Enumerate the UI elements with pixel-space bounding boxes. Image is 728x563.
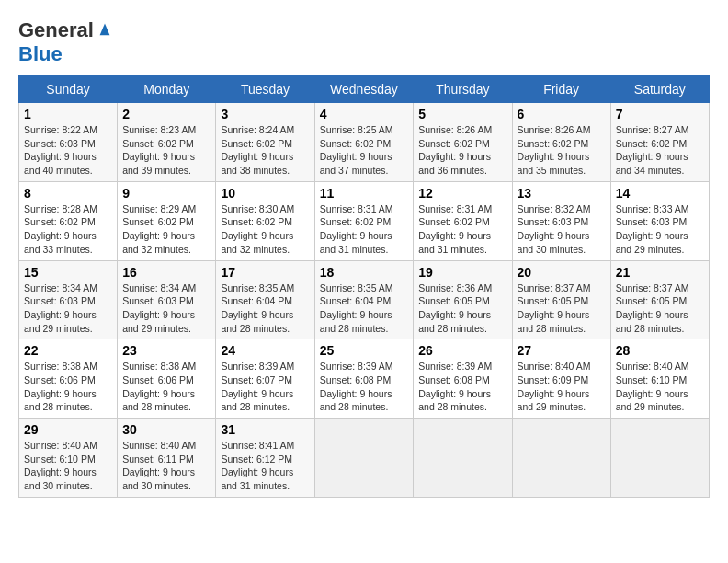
calendar-cell: 29Sunrise: 8:40 AMSunset: 6:10 PMDayligh… bbox=[19, 419, 118, 498]
day-number: 10 bbox=[221, 186, 309, 201]
weekday-header-saturday: Saturday bbox=[610, 76, 709, 103]
day-info: Sunrise: 8:40 AMSunset: 6:11 PMDaylight:… bbox=[122, 439, 210, 493]
weekday-header-thursday: Thursday bbox=[414, 76, 512, 103]
day-info: Sunrise: 8:38 AMSunset: 6:06 PMDaylight:… bbox=[122, 360, 210, 414]
day-info: Sunrise: 8:24 AMSunset: 6:02 PMDaylight:… bbox=[221, 123, 309, 178]
day-number: 11 bbox=[320, 186, 409, 201]
calendar-cell: 22Sunrise: 8:38 AMSunset: 6:06 PMDayligh… bbox=[19, 339, 118, 419]
calendar-body: 1Sunrise: 8:22 AMSunset: 6:03 PMDaylight… bbox=[19, 103, 710, 498]
calendar-cell: 4Sunrise: 8:25 AMSunset: 6:02 PMDaylight… bbox=[314, 103, 414, 182]
calendar-table: SundayMondayTuesdayWednesdayThursdayFrid… bbox=[18, 75, 710, 498]
day-info: Sunrise: 8:40 AMSunset: 6:10 PMDaylight:… bbox=[616, 360, 704, 414]
day-info: Sunrise: 8:37 AMSunset: 6:05 PMDaylight:… bbox=[518, 282, 606, 336]
calendar-cell: 25Sunrise: 8:39 AMSunset: 6:08 PMDayligh… bbox=[314, 339, 414, 419]
day-info: Sunrise: 8:39 AMSunset: 6:08 PMDaylight:… bbox=[320, 360, 409, 414]
day-info: Sunrise: 8:30 AMSunset: 6:02 PMDaylight:… bbox=[221, 202, 309, 257]
calendar-cell: 2Sunrise: 8:23 AMSunset: 6:02 PMDaylight… bbox=[118, 103, 216, 182]
day-number: 26 bbox=[418, 343, 506, 358]
day-number: 23 bbox=[122, 343, 210, 358]
day-info: Sunrise: 8:40 AMSunset: 6:10 PMDaylight:… bbox=[24, 439, 112, 493]
calendar-week-row: 15Sunrise: 8:34 AMSunset: 6:03 PMDayligh… bbox=[19, 260, 710, 339]
day-number: 1 bbox=[24, 107, 112, 121]
calendar-cell: 6Sunrise: 8:26 AMSunset: 6:02 PMDaylight… bbox=[512, 103, 610, 182]
calendar-cell: 23Sunrise: 8:38 AMSunset: 6:06 PMDayligh… bbox=[118, 339, 216, 419]
calendar-cell: 21Sunrise: 8:37 AMSunset: 6:05 PMDayligh… bbox=[610, 260, 709, 339]
day-number: 22 bbox=[24, 343, 112, 358]
day-number: 8 bbox=[24, 186, 112, 201]
day-number: 27 bbox=[518, 343, 606, 358]
day-info: Sunrise: 8:41 AMSunset: 6:12 PMDaylight:… bbox=[221, 439, 309, 493]
weekday-header-tuesday: Tuesday bbox=[216, 76, 314, 103]
calendar-cell: 20Sunrise: 8:37 AMSunset: 6:05 PMDayligh… bbox=[512, 260, 610, 339]
weekday-header-row: SundayMondayTuesdayWednesdayThursdayFrid… bbox=[19, 76, 710, 103]
day-info: Sunrise: 8:40 AMSunset: 6:09 PMDaylight:… bbox=[518, 360, 606, 414]
weekday-header-wednesday: Wednesday bbox=[314, 76, 414, 103]
logo: General Blue bbox=[18, 18, 113, 66]
day-info: Sunrise: 8:26 AMSunset: 6:02 PMDaylight:… bbox=[518, 123, 606, 178]
calendar-cell: 1Sunrise: 8:22 AMSunset: 6:03 PMDaylight… bbox=[19, 103, 118, 182]
day-info: Sunrise: 8:26 AMSunset: 6:02 PMDaylight:… bbox=[418, 123, 506, 178]
calendar-cell: 7Sunrise: 8:27 AMSunset: 6:02 PMDaylight… bbox=[610, 103, 709, 182]
day-number: 20 bbox=[518, 265, 606, 280]
calendar-cell: 18Sunrise: 8:35 AMSunset: 6:04 PMDayligh… bbox=[314, 260, 414, 339]
weekday-header-sunday: Sunday bbox=[19, 76, 118, 103]
calendar-cell: 16Sunrise: 8:34 AMSunset: 6:03 PMDayligh… bbox=[118, 260, 216, 339]
calendar-cell: 3Sunrise: 8:24 AMSunset: 6:02 PMDaylight… bbox=[216, 103, 314, 182]
day-info: Sunrise: 8:23 AMSunset: 6:02 PMDaylight:… bbox=[122, 123, 210, 178]
day-info: Sunrise: 8:29 AMSunset: 6:02 PMDaylight:… bbox=[122, 202, 210, 257]
day-number: 14 bbox=[616, 186, 704, 201]
calendar-cell: 9Sunrise: 8:29 AMSunset: 6:02 PMDaylight… bbox=[118, 181, 216, 260]
day-number: 12 bbox=[418, 186, 506, 201]
day-number: 3 bbox=[221, 107, 309, 121]
day-info: Sunrise: 8:27 AMSunset: 6:02 PMDaylight:… bbox=[616, 123, 704, 178]
calendar-cell: 12Sunrise: 8:31 AMSunset: 6:02 PMDayligh… bbox=[414, 181, 512, 260]
logo-triangle-icon bbox=[97, 20, 113, 37]
day-info: Sunrise: 8:39 AMSunset: 6:07 PMDaylight:… bbox=[221, 360, 309, 414]
day-number: 24 bbox=[221, 343, 309, 358]
day-number: 7 bbox=[616, 107, 704, 121]
day-info: Sunrise: 8:34 AMSunset: 6:03 PMDaylight:… bbox=[122, 282, 210, 336]
calendar-week-row: 8Sunrise: 8:28 AMSunset: 6:02 PMDaylight… bbox=[19, 181, 710, 260]
header: General Blue bbox=[18, 18, 710, 66]
day-info: Sunrise: 8:22 AMSunset: 6:03 PMDaylight:… bbox=[24, 123, 112, 178]
day-info: Sunrise: 8:38 AMSunset: 6:06 PMDaylight:… bbox=[24, 360, 112, 414]
calendar-week-row: 1Sunrise: 8:22 AMSunset: 6:03 PMDaylight… bbox=[19, 103, 710, 182]
calendar-cell: 27Sunrise: 8:40 AMSunset: 6:09 PMDayligh… bbox=[512, 339, 610, 419]
day-info: Sunrise: 8:31 AMSunset: 6:02 PMDaylight:… bbox=[418, 202, 506, 257]
calendar-cell bbox=[314, 419, 414, 498]
day-number: 2 bbox=[122, 107, 210, 121]
svg-marker-0 bbox=[100, 24, 110, 36]
day-info: Sunrise: 8:28 AMSunset: 6:02 PMDaylight:… bbox=[24, 202, 112, 257]
calendar-cell: 10Sunrise: 8:30 AMSunset: 6:02 PMDayligh… bbox=[216, 181, 314, 260]
day-number: 17 bbox=[221, 265, 309, 280]
weekday-header-friday: Friday bbox=[512, 76, 610, 103]
calendar-cell: 24Sunrise: 8:39 AMSunset: 6:07 PMDayligh… bbox=[216, 339, 314, 419]
day-info: Sunrise: 8:33 AMSunset: 6:03 PMDaylight:… bbox=[616, 202, 704, 257]
day-number: 4 bbox=[320, 107, 409, 121]
day-number: 13 bbox=[518, 186, 606, 201]
calendar-cell: 30Sunrise: 8:40 AMSunset: 6:11 PMDayligh… bbox=[118, 419, 216, 498]
calendar-cell: 8Sunrise: 8:28 AMSunset: 6:02 PMDaylight… bbox=[19, 181, 118, 260]
day-number: 6 bbox=[518, 107, 606, 121]
calendar-week-row: 22Sunrise: 8:38 AMSunset: 6:06 PMDayligh… bbox=[19, 339, 710, 419]
logo-general: General bbox=[18, 18, 94, 42]
day-info: Sunrise: 8:25 AMSunset: 6:02 PMDaylight:… bbox=[320, 123, 409, 178]
calendar-cell: 11Sunrise: 8:31 AMSunset: 6:02 PMDayligh… bbox=[314, 181, 414, 260]
day-info: Sunrise: 8:35 AMSunset: 6:04 PMDaylight:… bbox=[320, 282, 409, 336]
calendar-cell bbox=[512, 419, 610, 498]
calendar-cell: 26Sunrise: 8:39 AMSunset: 6:08 PMDayligh… bbox=[414, 339, 512, 419]
day-number: 30 bbox=[122, 422, 210, 437]
calendar-cell bbox=[414, 419, 512, 498]
day-info: Sunrise: 8:36 AMSunset: 6:05 PMDaylight:… bbox=[418, 282, 506, 336]
logo-blue: Blue bbox=[18, 42, 63, 65]
day-number: 15 bbox=[24, 265, 112, 280]
weekday-header-monday: Monday bbox=[118, 76, 216, 103]
day-info: Sunrise: 8:31 AMSunset: 6:02 PMDaylight:… bbox=[320, 202, 409, 257]
day-info: Sunrise: 8:35 AMSunset: 6:04 PMDaylight:… bbox=[221, 282, 309, 336]
day-number: 9 bbox=[122, 186, 210, 201]
calendar-cell bbox=[610, 419, 709, 498]
day-number: 18 bbox=[320, 265, 409, 280]
calendar-cell: 14Sunrise: 8:33 AMSunset: 6:03 PMDayligh… bbox=[610, 181, 709, 260]
day-number: 21 bbox=[616, 265, 704, 280]
day-number: 16 bbox=[122, 265, 210, 280]
